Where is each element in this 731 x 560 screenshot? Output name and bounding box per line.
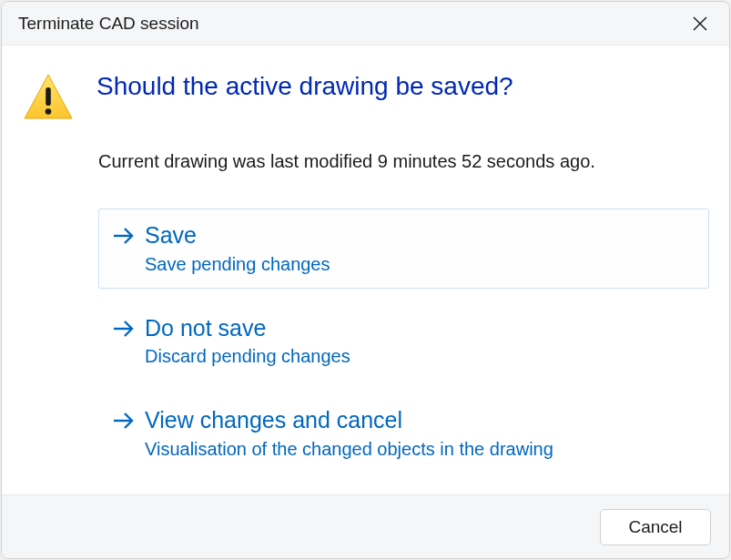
option-text: Save Save pending changes bbox=[145, 220, 330, 275]
option-desc: Visualisation of the changed objects in … bbox=[145, 439, 553, 460]
option-save[interactable]: Save Save pending changes bbox=[98, 209, 709, 289]
option-desc: Save pending changes bbox=[145, 254, 330, 275]
warning-icon bbox=[22, 73, 75, 122]
content-area: Should the active drawing be saved? Curr… bbox=[2, 46, 729, 494]
main-heading: Should the active drawing be saved? bbox=[96, 71, 513, 102]
arrow-icon bbox=[112, 405, 136, 434]
option-do-not-save[interactable]: Do not save Discard pending changes bbox=[98, 301, 709, 382]
arrow-icon bbox=[112, 313, 136, 342]
option-text: View changes and cancel Visualisation of… bbox=[145, 405, 553, 460]
dialog-title: Terminate CAD session bbox=[18, 14, 199, 34]
option-view-changes[interactable]: View changes and cancel Visualisation of… bbox=[98, 393, 709, 473]
cancel-button[interactable]: Cancel bbox=[600, 509, 711, 545]
option-title: View changes and cancel bbox=[145, 405, 553, 435]
dialog-window: Terminate CAD session bbox=[1, 1, 730, 559]
option-desc: Discard pending changes bbox=[145, 346, 350, 367]
option-title: Do not save bbox=[145, 313, 350, 343]
header-row: Should the active drawing be saved? bbox=[22, 71, 709, 126]
options-list: Save Save pending changes Do not save Di… bbox=[98, 209, 709, 473]
titlebar: Terminate CAD session bbox=[2, 2, 729, 46]
warning-icon-wrap bbox=[22, 71, 75, 126]
option-text: Do not save Discard pending changes bbox=[145, 313, 350, 368]
close-button[interactable] bbox=[684, 7, 716, 40]
option-title: Save bbox=[145, 220, 330, 250]
svg-rect-2 bbox=[46, 87, 51, 106]
subtext: Current drawing was last modified 9 minu… bbox=[98, 151, 709, 172]
arrow-icon bbox=[112, 220, 136, 249]
footer: Cancel bbox=[2, 494, 729, 558]
svg-point-3 bbox=[46, 108, 52, 115]
close-icon bbox=[692, 15, 708, 32]
